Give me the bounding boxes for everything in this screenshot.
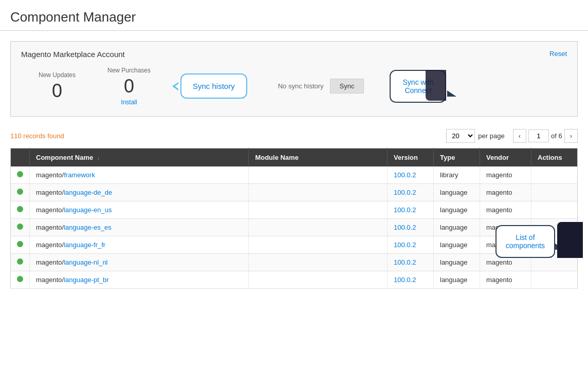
cell-status bbox=[11, 253, 30, 271]
table-row: magento/language-en_us100.0.2languagemag… bbox=[11, 201, 578, 218]
cell-actions bbox=[531, 183, 578, 201]
new-updates-block: New Updates 0 bbox=[21, 71, 93, 101]
col-vendor: Vendor bbox=[480, 148, 531, 166]
cell-component-name: magento/language-de_de bbox=[30, 183, 249, 201]
status-dot bbox=[17, 224, 23, 230]
table-toolbar: 110 records found 20 10 30 50 100 per pa… bbox=[10, 129, 578, 143]
component-name-link[interactable]: framework bbox=[64, 171, 95, 179]
cell-vendor: magento bbox=[480, 201, 531, 218]
cell-actions bbox=[531, 166, 578, 184]
cell-version: 100.0.2 bbox=[388, 183, 434, 201]
cell-actions bbox=[531, 271, 578, 288]
cell-version: 100.0.2 bbox=[388, 166, 434, 184]
cell-vendor: magento bbox=[480, 183, 531, 201]
cell-component-name: magento/language-es_es bbox=[30, 218, 249, 236]
sync-history-tooltip: Sync history bbox=[180, 73, 247, 99]
col-module-name: Module Name bbox=[249, 148, 388, 166]
cell-version: 100.0.2 bbox=[388, 201, 434, 218]
status-dot bbox=[17, 241, 23, 247]
table-row: magento/language-fr_fr100.0.2languagemag… bbox=[11, 236, 578, 253]
cell-vendor: magento bbox=[480, 166, 531, 184]
component-name-link[interactable]: language-en_us bbox=[64, 206, 112, 214]
components-table: Component Name ↓ Module Name Version Typ… bbox=[10, 148, 578, 289]
list-of-components-bubble[interactable]: List ofcomponents bbox=[495, 225, 555, 258]
version-link[interactable]: 100.0.2 bbox=[394, 171, 416, 179]
cell-module-name bbox=[249, 201, 388, 218]
per-page-section: 20 10 30 50 100 per page bbox=[446, 129, 504, 143]
cell-type: language bbox=[434, 183, 480, 201]
cell-component-name: magento/framework bbox=[30, 166, 249, 184]
list-of-components-area: List ofcomponents bbox=[495, 222, 583, 258]
cell-status bbox=[11, 236, 30, 253]
install-link[interactable]: Install bbox=[93, 99, 165, 106]
status-dot bbox=[17, 276, 23, 282]
cell-version: 100.0.2 bbox=[388, 218, 434, 236]
of-pages: of 6 bbox=[551, 132, 562, 140]
cell-type: language bbox=[434, 218, 480, 236]
table-header-row: Component Name ↓ Module Name Version Typ… bbox=[11, 148, 578, 166]
records-found: 110 records found bbox=[10, 132, 64, 140]
version-link[interactable]: 100.0.2 bbox=[394, 189, 416, 196]
per-page-label: per page bbox=[478, 132, 504, 140]
cell-version: 100.0.2 bbox=[388, 253, 434, 271]
col-status bbox=[11, 148, 30, 166]
sync-button[interactable]: Sync bbox=[330, 79, 364, 94]
no-sync-history-text: No sync history bbox=[278, 82, 324, 90]
component-name-link[interactable]: language-de_de bbox=[64, 189, 112, 196]
dark-corner-right bbox=[557, 222, 583, 258]
pagination: ‹ of 6 › bbox=[513, 129, 578, 143]
version-link[interactable]: 100.0.2 bbox=[394, 276, 416, 284]
account-card: Magento Marketplace Account Reset New Up… bbox=[10, 41, 578, 117]
cell-module-name bbox=[249, 218, 388, 236]
page-title: Component Manager bbox=[0, 0, 588, 31]
cell-status bbox=[11, 201, 30, 218]
cell-vendor: magento bbox=[480, 271, 531, 288]
component-name-link[interactable]: language-fr_fr bbox=[64, 241, 105, 249]
cell-type: library bbox=[434, 166, 480, 184]
list-of-components-label: List ofcomponents bbox=[506, 233, 545, 250]
table-row: magento/language-es_es100.0.2languagemag… bbox=[11, 218, 578, 236]
component-name-link[interactable]: language-pt_br bbox=[64, 276, 108, 284]
cell-actions bbox=[531, 201, 578, 218]
cell-module-name bbox=[249, 166, 388, 184]
version-link[interactable]: 100.0.2 bbox=[394, 241, 416, 249]
page-input[interactable] bbox=[528, 129, 549, 142]
cell-module-name bbox=[249, 253, 388, 271]
table-row: magento/language-pt_br100.0.2languagemag… bbox=[11, 271, 578, 288]
col-type: Type bbox=[434, 148, 480, 166]
status-dot bbox=[17, 189, 23, 195]
cell-status bbox=[11, 218, 30, 236]
col-component-name-label: Component Name bbox=[36, 154, 93, 161]
version-link[interactable]: 100.0.2 bbox=[394, 206, 416, 214]
cell-component-name: magento/language-nl_nl bbox=[30, 253, 249, 271]
new-updates-label: New Updates bbox=[21, 71, 93, 79]
component-name-link[interactable]: language-nl_nl bbox=[64, 258, 107, 266]
table-row: magento/language-de_de100.0.2languagemag… bbox=[11, 183, 578, 201]
cell-component-name: magento/language-pt_br bbox=[30, 271, 249, 288]
version-link[interactable]: 100.0.2 bbox=[394, 258, 416, 266]
cell-module-name bbox=[249, 236, 388, 253]
version-link[interactable]: 100.0.2 bbox=[394, 224, 416, 231]
cell-component-name: magento/language-en_us bbox=[30, 201, 249, 218]
cell-type: language bbox=[434, 201, 480, 218]
per-page-select[interactable]: 20 10 30 50 100 bbox=[446, 129, 475, 143]
table-row: magento/framework100.0.2librarymagento bbox=[11, 166, 578, 184]
next-page-button[interactable]: › bbox=[564, 129, 578, 143]
new-updates-value: 0 bbox=[21, 81, 93, 101]
status-dot bbox=[17, 171, 23, 177]
cell-module-name bbox=[249, 183, 388, 201]
reset-link[interactable]: Reset bbox=[549, 50, 567, 58]
sync-section: No sync history Sync bbox=[278, 79, 364, 94]
status-dot bbox=[17, 206, 23, 212]
table-wrapper: Component Name ↓ Module Name Version Typ… bbox=[10, 148, 578, 289]
sync-history-bubble[interactable]: Sync history bbox=[180, 73, 247, 99]
cell-module-name bbox=[249, 271, 388, 288]
col-component-name[interactable]: Component Name ↓ bbox=[30, 148, 249, 166]
component-name-link[interactable]: language-es_es bbox=[64, 224, 112, 231]
cell-status bbox=[11, 166, 30, 184]
cell-version: 100.0.2 bbox=[388, 236, 434, 253]
prev-page-button[interactable]: ‹ bbox=[513, 129, 526, 143]
cell-type: language bbox=[434, 236, 480, 253]
sort-icon: ↓ bbox=[97, 155, 100, 161]
table-row: magento/language-nl_nl100.0.2languagemag… bbox=[11, 253, 578, 271]
